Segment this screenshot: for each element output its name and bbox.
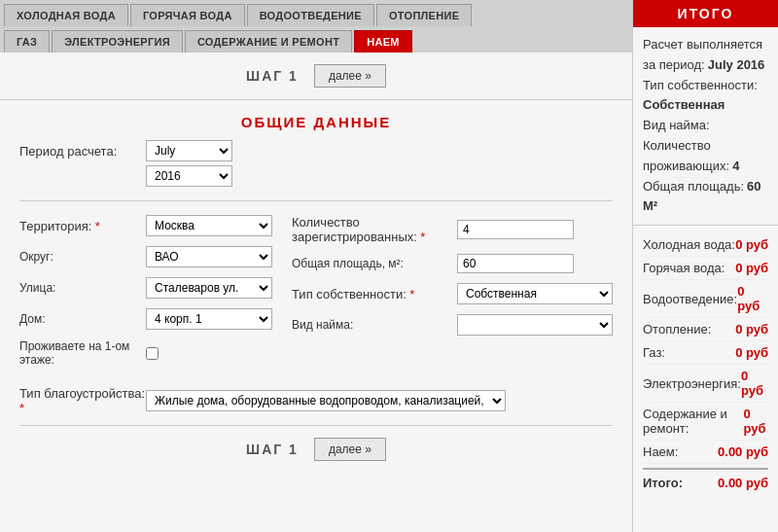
improvement-label: Тип благоустройства: * (19, 386, 146, 415)
rent-type-select[interactable] (457, 314, 613, 336)
right-panel: ИТОГО Расчет выполняется за период: July… (632, 0, 778, 532)
area-input[interactable] (457, 254, 574, 273)
panel-area-label: Общая площадь: (643, 179, 744, 194)
panel-ownership-value: Собственная (643, 97, 725, 112)
panel-row-rent: Наем: 0.00 руб (643, 441, 768, 464)
registered-row: Количество зарегистрированных: * (292, 215, 613, 244)
form-grid: Территория: * Москва Округ: ВАО Улица: С… (19, 215, 613, 376)
panel-rows: Холодная вода: 0 руб Горячая вода: 0 руб… (633, 226, 778, 502)
district-row: Округ: ВАО (19, 246, 272, 267)
month-select[interactable]: JanuaryFebruaryMarch AprilMayJune JulyAu… (146, 140, 232, 161)
panel-rent-type-label: Вид найма: (643, 118, 710, 132)
panel-residents-label: Количество проживающих: (643, 138, 729, 173)
panel-residents-value: 4 (732, 159, 739, 173)
ownership-select[interactable]: Собственная Муниципальная Аренда (457, 283, 613, 304)
first-floor-label: Проживаете на 1-ом этаже: (19, 339, 146, 367)
panel-title: ИТОГО (633, 0, 778, 27)
period-label: Период расчета: (19, 140, 146, 159)
area-row: Общая площадь, м²: (292, 254, 613, 273)
territory-row: Территория: * Москва (19, 215, 272, 236)
panel-row-total: Итого: 0.00 руб (643, 468, 768, 494)
street-row: Улица: Сталеваров ул. (19, 277, 272, 299)
panel-row-maintenance: Содержание и ремонт: 0 руб (643, 403, 768, 441)
period-selects: JanuaryFebruaryMarch AprilMayJune JulyAu… (146, 140, 232, 187)
tab-row-2: ГАЗ ЭЛЕКТРОЭНЕРГИЯ СОДЕРЖАНИЕ И РЕМОНТ Н… (0, 26, 632, 53)
next-button-top[interactable]: далее » (314, 64, 386, 88)
district-label: Округ: (19, 250, 146, 264)
registered-label: Количество зарегистрированных: * (292, 215, 457, 244)
form-content: Период расчета: JanuaryFebruaryMarch Apr… (0, 140, 632, 532)
tab-cold-water[interactable]: ХОЛОДНАЯ ВОДА (4, 4, 128, 26)
rent-type-row: Вид найма: (292, 314, 613, 336)
step-bar-top: ШАГ 1 далее » (0, 53, 632, 100)
step-bar-bottom: ШАГ 1 далее » (19, 425, 613, 473)
first-floor-checkbox[interactable] (146, 347, 159, 360)
street-select[interactable]: Сталеваров ул. (146, 277, 272, 299)
ownership-label: Тип собственности: * (292, 287, 457, 301)
district-select[interactable]: ВАО (146, 246, 272, 267)
tab-row-1: ХОЛОДНАЯ ВОДА ГОРЯЧАЯ ВОДА ВОДООТВЕДЕНИЕ… (0, 0, 632, 26)
house-select[interactable]: 4 корп. 1 (146, 308, 272, 330)
territory-label: Территория: * (19, 219, 146, 233)
tab-heating[interactable]: ОТОПЛЕНИЕ (376, 4, 472, 26)
improvement-select[interactable]: Жилые дома, оборудованные водопроводом, … (146, 390, 506, 411)
step-label-bottom: ШАГ 1 (246, 442, 299, 457)
house-row: Дом: 4 корп. 1 (19, 308, 272, 330)
panel-row-hot-water: Горячая вода: 0 руб (643, 257, 768, 280)
year-select[interactable]: 2014201520162017 (146, 165, 232, 187)
panel-row-heating: Отопление: 0 руб (643, 318, 768, 341)
panel-ownership-label: Тип собственности: (643, 78, 758, 92)
tab-rent[interactable]: НАЕМ (354, 30, 412, 53)
panel-info: Расчет выполняется за период: July 2016 … (633, 27, 778, 226)
area-label: Общая площадь, м²: (292, 257, 457, 270)
registered-input[interactable] (457, 220, 574, 239)
ownership-row: Тип собственности: * Собственная Муницип… (292, 283, 613, 304)
street-label: Улица: (19, 281, 146, 295)
panel-row-gas: Газ: 0 руб (643, 341, 768, 365)
first-floor-row: Проживаете на 1-ом этаже: (19, 339, 272, 367)
territory-select[interactable]: Москва (146, 215, 272, 236)
tab-maintenance[interactable]: СОДЕРЖАНИЕ И РЕМОНТ (185, 30, 352, 53)
house-label: Дом: (19, 312, 146, 326)
tab-gas[interactable]: ГАЗ (4, 30, 50, 53)
improvement-row: Тип благоустройства: * Жилые дома, обору… (19, 386, 613, 415)
rent-type-label: Вид найма: (292, 318, 457, 332)
panel-row-cold-water: Холодная вода: 0 руб (643, 233, 768, 257)
tab-water-disposal[interactable]: ВОДООТВЕДЕНИЕ (247, 4, 374, 26)
tab-hot-water[interactable]: ГОРЯЧАЯ ВОДА (130, 4, 245, 26)
section-title: ОБЩИЕ ДАННЫЕ (0, 114, 632, 130)
next-button-bottom[interactable]: далее » (314, 438, 386, 461)
period-row: Период расчета: JanuaryFebruaryMarch Apr… (19, 140, 613, 201)
tab-electricity[interactable]: ЭЛЕКТРОЭНЕРГИЯ (52, 30, 183, 53)
left-column: Территория: * Москва Округ: ВАО Улица: С… (19, 215, 272, 376)
panel-row-water-disposal: Водоотведение: 0 руб (643, 280, 768, 318)
step-label-top: ШАГ 1 (246, 68, 299, 84)
right-column: Количество зарегистрированных: * Общая п… (292, 215, 613, 376)
panel-row-electricity: Электроэнергия: 0 руб (643, 365, 768, 403)
panel-period-value: July 2016 (708, 57, 765, 72)
